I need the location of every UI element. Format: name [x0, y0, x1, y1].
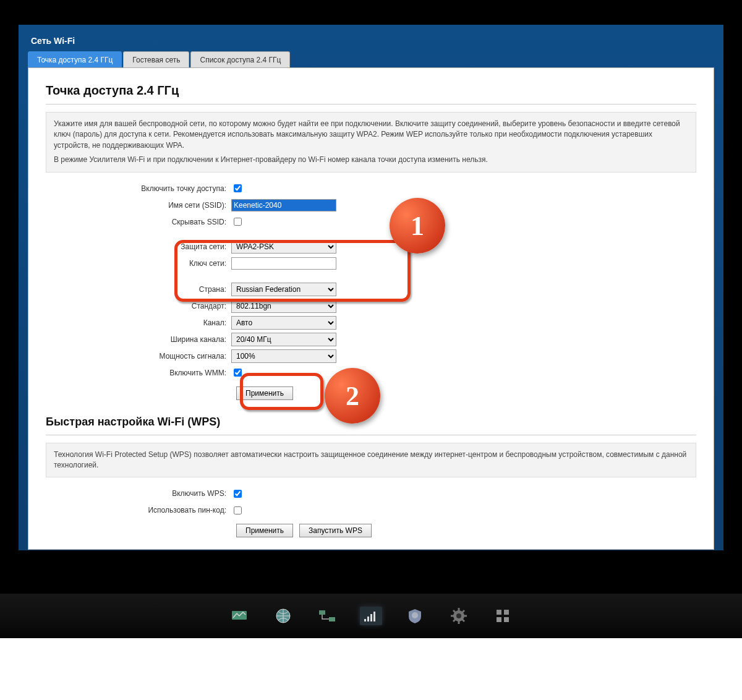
wps-apply-button[interactable]: Применить — [236, 524, 293, 537]
tab-acl[interactable]: Список доступа 2.4 ГГц — [190, 51, 290, 68]
label-channel: Канал: — [46, 318, 231, 327]
label-country: Страна: — [46, 285, 231, 294]
label-wps-pin: Использовать пин-код: — [46, 506, 231, 514]
svg-rect-22 — [497, 617, 501, 622]
power-select[interactable]: 100% — [231, 349, 336, 363]
svg-line-18 — [453, 619, 456, 621]
label-security: Защита сети: — [46, 242, 231, 251]
svg-rect-4 — [329, 617, 335, 621]
ssid-input[interactable] — [231, 199, 336, 211]
wps-run-button[interactable]: Запустить WPS — [299, 524, 372, 537]
svg-rect-6 — [367, 617, 369, 621]
svg-rect-8 — [373, 612, 375, 621]
ap-description: Укажите имя для вашей беспроводной сети,… — [46, 112, 696, 173]
svg-line-17 — [462, 619, 464, 621]
apps-icon[interactable] — [492, 607, 514, 625]
monitor-icon[interactable] — [228, 607, 250, 625]
hide-ssid-checkbox[interactable] — [234, 218, 242, 226]
security-select[interactable]: WPA2-PSK — [231, 240, 336, 254]
wps-pin-checkbox[interactable] — [234, 506, 242, 514]
window-title: Сеть Wi-Fi — [28, 31, 714, 51]
label-wmm: Включить WMM: — [46, 369, 231, 377]
label-hide-ssid: Скрывать SSID: — [46, 218, 231, 226]
label-width: Ширина канала: — [46, 335, 231, 344]
wps-heading: Быстрая настройка Wi-Fi (WPS) — [46, 416, 696, 429]
shield-icon[interactable] — [404, 607, 426, 625]
tab-ap[interactable]: Точка доступа 2.4 ГГц — [28, 51, 122, 68]
globe-icon[interactable] — [272, 607, 294, 625]
ap-heading: Точка доступа 2.4 ГГц — [46, 83, 696, 98]
divider — [46, 435, 696, 435]
channel-select[interactable]: Авто — [231, 316, 336, 330]
svg-line-19 — [462, 610, 464, 613]
country-select[interactable]: Russian Federation — [231, 283, 336, 296]
svg-point-9 — [412, 612, 418, 618]
wps-enable-checkbox[interactable] — [234, 490, 242, 498]
svg-point-11 — [456, 613, 461, 618]
wps-description: Технология Wi-Fi Protected Setup (WPS) п… — [46, 443, 696, 478]
standard-select[interactable]: 802.11bgn — [231, 299, 336, 313]
svg-rect-20 — [497, 610, 501, 615]
gear-icon[interactable] — [448, 607, 470, 625]
key-input[interactable] — [231, 257, 336, 270]
svg-rect-7 — [370, 614, 372, 621]
ap-desc1: Укажите имя для вашей беспроводной сети,… — [54, 119, 688, 151]
enable-ap-checkbox[interactable] — [234, 184, 242, 192]
svg-line-16 — [453, 610, 456, 613]
label-standard: Стандарт: — [46, 302, 231, 310]
width-select[interactable]: 20/40 МГц — [231, 333, 336, 346]
label-ssid: Имя сети (SSID): — [46, 201, 231, 210]
svg-rect-5 — [364, 619, 366, 621]
label-enable-ap: Включить точку доступа: — [46, 184, 231, 193]
svg-rect-21 — [504, 610, 509, 615]
label-key: Ключ сети: — [46, 259, 231, 268]
bottom-nav — [0, 594, 742, 638]
tab-guest[interactable]: Гостевая сеть — [123, 51, 189, 68]
label-power: Мощность сигнала: — [46, 352, 231, 361]
wmm-checkbox[interactable] — [234, 369, 242, 377]
wps-desc: Технология Wi-Fi Protected Setup (WPS) п… — [54, 450, 688, 471]
svg-rect-3 — [319, 610, 325, 615]
label-wps-enable: Включить WPS: — [46, 489, 231, 498]
network-icon[interactable] — [316, 607, 338, 625]
divider — [46, 104, 696, 105]
wifi-icon[interactable] — [360, 607, 382, 625]
apply-button[interactable]: Применить — [236, 386, 293, 400]
ap-desc2: В режиме Усилителя Wi-Fi и при подключен… — [54, 155, 688, 165]
svg-rect-23 — [504, 617, 509, 622]
tab-bar: Точка доступа 2.4 ГГц Гостевая сеть Спис… — [28, 51, 714, 68]
